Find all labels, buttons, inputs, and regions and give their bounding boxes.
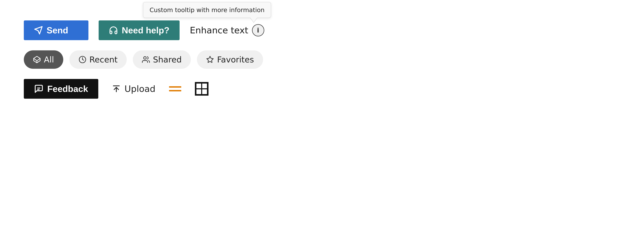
pill-recent-label: Recent xyxy=(90,55,118,64)
pill-shared-label: Shared xyxy=(153,55,182,64)
feedback-icon xyxy=(34,84,44,94)
shared-icon xyxy=(142,56,150,64)
svg-marker-4 xyxy=(207,56,213,63)
pill-recent[interactable]: Recent xyxy=(70,50,127,69)
pill-favorites[interactable]: Favorites xyxy=(197,50,263,69)
upload-label: Upload xyxy=(124,84,156,94)
enhance-text-group: Enhance text i Custom tooltip with more … xyxy=(190,24,264,36)
send-label: Send xyxy=(46,25,68,35)
need-help-button[interactable]: Need help? xyxy=(99,21,180,40)
action-row: Feedback Upload xyxy=(24,79,264,99)
headset-icon xyxy=(109,26,118,35)
upload-button[interactable]: Upload xyxy=(112,84,156,94)
grid-cell-bl xyxy=(196,89,202,95)
feedback-button[interactable]: Feedback xyxy=(24,79,98,99)
star-icon xyxy=(206,56,214,64)
cube-icon xyxy=(33,56,41,64)
grid-view-icon[interactable] xyxy=(195,82,208,96)
list-view-icon[interactable] xyxy=(169,86,181,91)
pill-shared[interactable]: Shared xyxy=(133,50,191,69)
info-icon: i xyxy=(257,27,259,34)
svg-point-3 xyxy=(144,57,146,59)
info-button[interactable]: i xyxy=(252,24,264,36)
enhance-text-label: Enhance text xyxy=(190,25,248,35)
line-icon-top xyxy=(169,86,181,88)
feedback-label: Feedback xyxy=(47,84,88,94)
grid-cell-tl xyxy=(196,83,202,89)
pill-all-label: All xyxy=(44,55,54,64)
pill-all[interactable]: All xyxy=(24,50,63,69)
grid-cell-tr xyxy=(202,83,208,89)
grid-cell-br xyxy=(202,89,208,95)
line-icon-bottom xyxy=(169,90,181,91)
upload-icon xyxy=(112,84,121,93)
help-label: Need help? xyxy=(122,25,170,35)
pill-favorites-label: Favorites xyxy=(217,55,254,64)
filter-pills-row: All Recent Shared Favorites xyxy=(24,50,264,69)
send-button[interactable]: Send xyxy=(24,21,88,40)
clock-icon xyxy=(78,56,86,64)
tooltip-text: Custom tooltip with more information xyxy=(150,7,264,14)
send-icon xyxy=(34,26,43,35)
tooltip: Custom tooltip with more information xyxy=(143,2,271,18)
